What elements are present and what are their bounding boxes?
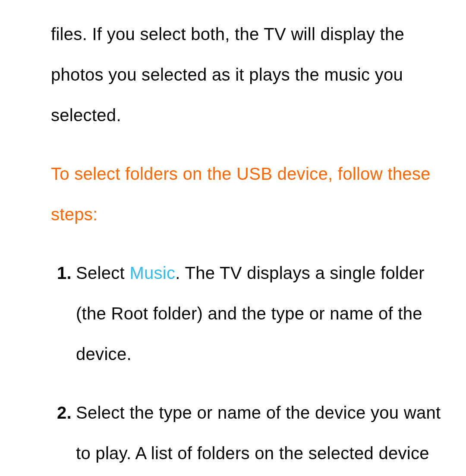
section-heading: To select folders on the USB device, fol… (51, 153, 449, 235)
step-1-text: Select Music. The TV displays a single f… (76, 253, 449, 374)
step-1-highlight: Music (129, 263, 175, 282)
step-1-prefix: Select (76, 263, 129, 282)
step-2-text: Select the type or name of the device yo… (76, 392, 449, 476)
steps-list: 1. Select Music. The TV displays a singl… (51, 253, 449, 476)
step-2: 2. Select the type or name of the device… (54, 392, 449, 476)
step-1: 1. Select Music. The TV displays a singl… (54, 253, 449, 374)
step-1-number: 1. (54, 253, 76, 293)
intro-paragraph: files. If you select both, the TV will d… (51, 14, 449, 135)
step-2-number: 2. (54, 392, 76, 433)
step-2-suffix: Select the type or name of the device yo… (76, 403, 441, 476)
